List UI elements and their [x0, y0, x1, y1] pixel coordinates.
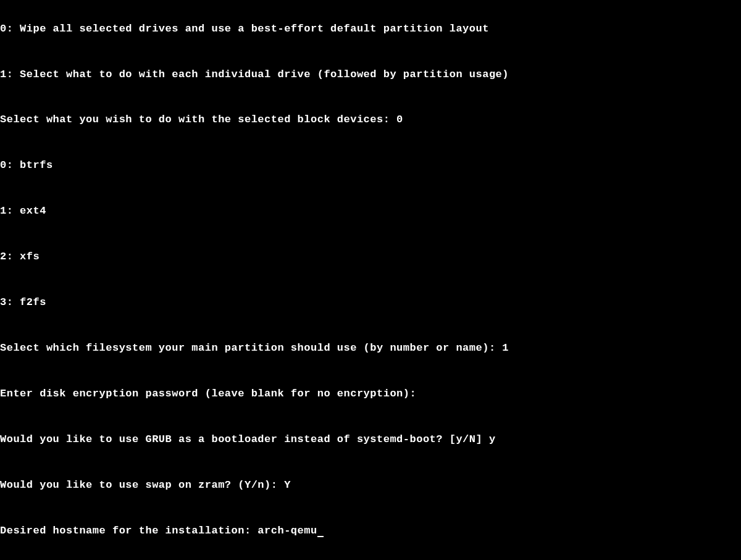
terminal-line: 1: ext4 [0, 204, 741, 219]
terminal-line: Would you like to use swap on zram? (Y/n… [0, 478, 741, 493]
terminal-line: Would you like to use GRUB as a bootload… [0, 432, 741, 448]
cursor-icon [317, 536, 324, 537]
terminal-line: 1: Select what to do with each individua… [0, 67, 741, 83]
terminal-output[interactable]: 0: BlockDevice(/run/archiso/bootmnt/arch… [0, 0, 741, 554]
terminal-prompt-text: Desired hostname for the installation: a… [0, 525, 317, 537]
terminal-line: 0: btrfs [0, 158, 741, 173]
terminal-line: Enter disk encryption password (leave bl… [0, 387, 741, 402]
terminal-line: Select what you wish to do with the sele… [0, 112, 741, 128]
terminal-line: 0: Wipe all selected drives and use a be… [0, 22, 741, 37]
terminal-prompt-line: Desired hostname for the installation: a… [0, 524, 741, 539]
terminal-line: Select which filesystem your main partit… [0, 341, 741, 356]
terminal-line: 3: f2fs [0, 295, 741, 311]
terminal-line: 2: xfs [0, 249, 741, 265]
